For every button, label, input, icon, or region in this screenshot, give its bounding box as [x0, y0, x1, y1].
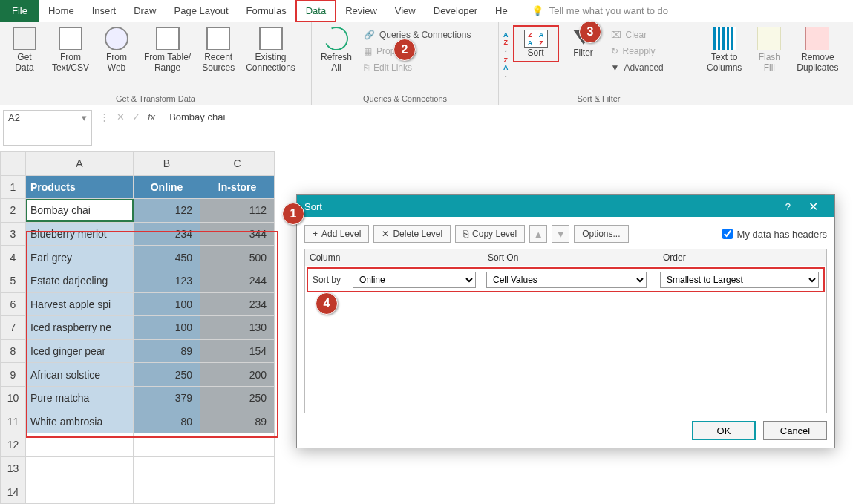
cell[interactable]: Blueberry merlot — [26, 222, 134, 246]
select-all-corner[interactable] — [1, 152, 26, 176]
recent-sources-button[interactable]: Recent Sources — [198, 25, 238, 74]
tab-view[interactable]: View — [386, 0, 425, 22]
sort-on-select[interactable]: Cell Values — [486, 272, 647, 288]
row-header[interactable]: 1 — [1, 175, 26, 199]
cell[interactable]: 80 — [134, 410, 200, 433]
cell[interactable]: Iced ginger pear — [26, 339, 134, 363]
from-csv-button[interactable]: From Text/CSV — [49, 25, 92, 74]
cell-header-online[interactable]: Online — [134, 175, 200, 199]
col-header-c[interactable]: C — [200, 152, 275, 176]
tab-data[interactable]: Data — [295, 0, 336, 22]
existing-connections-button[interactable]: Existing Connections — [243, 25, 298, 74]
queries-connections-button[interactable]: 🔗Queries & Connections — [361, 28, 474, 42]
cancel-button[interactable]: Cancel — [763, 421, 827, 440]
tab-developer[interactable]: Developer — [425, 0, 486, 22]
tab-formulas[interactable]: Formulas — [238, 0, 295, 22]
cell[interactable]: 379 — [134, 386, 200, 410]
cell[interactable]: 234 — [134, 222, 200, 246]
advanced-button[interactable]: ▼Advanced — [608, 61, 667, 74]
copy-level-button[interactable]: ⎘Copy Level — [455, 225, 525, 243]
from-web-button[interactable]: From Web — [97, 25, 137, 74]
options-button[interactable]: Options... — [574, 225, 628, 243]
cell[interactable]: Harvest apple spi — [26, 292, 134, 316]
tab-draw[interactable]: Draw — [125, 0, 165, 22]
help-icon[interactable]: ? — [777, 201, 800, 212]
close-icon[interactable]: ✕ — [800, 200, 827, 214]
cell[interactable]: 250 — [134, 363, 200, 387]
dialog-titlebar[interactable]: Sort ? ✕ — [297, 195, 834, 217]
cell[interactable]: 130 — [200, 316, 275, 340]
fx-dots-icon[interactable]: ⋮ — [99, 111, 109, 122]
cell[interactable]: 250 — [200, 386, 275, 410]
remove-duplicates-button[interactable]: Remove Duplicates — [794, 25, 841, 74]
cell[interactable] — [26, 456, 134, 480]
cell[interactable] — [134, 433, 200, 457]
row-header[interactable]: 5 — [1, 269, 26, 292]
get-data-button[interactable]: Get Data — [4, 25, 45, 74]
cell-header-products[interactable]: Products — [26, 175, 134, 199]
cell[interactable]: 234 — [200, 292, 275, 316]
row-header[interactable]: 6 — [1, 292, 26, 316]
col-header-b[interactable]: B — [134, 152, 200, 176]
cell[interactable]: Bombay chai — [26, 199, 134, 223]
tab-insert[interactable]: Insert — [83, 0, 125, 22]
delete-level-button[interactable]: ✕Delete Level — [373, 225, 451, 243]
cell[interactable]: Estate darjeeling — [26, 269, 134, 292]
cell[interactable]: 154 — [200, 339, 275, 363]
cell[interactable] — [200, 433, 275, 457]
row-header[interactable]: 9 — [1, 363, 26, 387]
row-header[interactable]: 3 — [1, 222, 26, 246]
sort-column-select[interactable]: Online — [353, 272, 476, 288]
cell[interactable] — [26, 433, 134, 457]
row-header[interactable]: 13 — [1, 456, 26, 480]
headers-checkbox[interactable]: My data has headers — [722, 229, 827, 240]
cell[interactable]: 112 — [200, 199, 275, 223]
cell[interactable] — [200, 456, 275, 480]
sort-button[interactable]: ZAAZ Sort — [516, 28, 556, 59]
cell[interactable] — [200, 480, 275, 504]
cell[interactable]: Iced raspberry ne — [26, 316, 134, 340]
cell-header-instore[interactable]: In-store — [200, 175, 275, 199]
row-header[interactable]: 4 — [1, 246, 26, 269]
confirm-icon[interactable]: ✓ — [132, 111, 140, 122]
cell[interactable]: 344 — [200, 222, 275, 246]
cell[interactable]: 200 — [200, 363, 275, 387]
row-header[interactable]: 2 — [1, 199, 26, 223]
cell[interactable] — [134, 480, 200, 504]
cell[interactable]: 122 — [134, 199, 200, 223]
tell-me[interactable]: 💡 Tell me what you want to do — [532, 5, 668, 16]
row-header[interactable]: 10 — [1, 386, 26, 410]
tab-file[interactable]: File — [0, 0, 39, 22]
name-box[interactable]: A2▾ — [3, 110, 92, 146]
cell[interactable] — [134, 456, 200, 480]
cell[interactable]: African solstice — [26, 363, 134, 387]
col-header-a[interactable]: A — [26, 152, 134, 176]
cell[interactable]: 244 — [200, 269, 275, 292]
row-header[interactable]: 8 — [1, 339, 26, 363]
refresh-all-button[interactable]: Refresh All — [316, 25, 356, 74]
sort-az-button[interactable]: AZ↓ — [503, 31, 509, 53]
tab-page-layout[interactable]: Page Layout — [166, 0, 238, 22]
from-table-button[interactable]: From Table/ Range — [141, 25, 194, 74]
cell[interactable]: 89 — [134, 339, 200, 363]
row-header[interactable]: 12 — [1, 433, 26, 457]
tab-review[interactable]: Review — [336, 0, 386, 22]
headers-checkbox-input[interactable] — [722, 229, 733, 239]
add-level-button[interactable]: +Add Level — [304, 225, 369, 243]
cell[interactable]: 500 — [200, 246, 275, 269]
cell[interactable]: Pure matcha — [26, 386, 134, 410]
tab-home[interactable]: Home — [39, 0, 83, 22]
row-header[interactable]: 14 — [1, 480, 26, 504]
ok-button[interactable]: OK — [692, 421, 756, 440]
cell[interactable]: 89 — [200, 410, 275, 433]
chevron-down-icon[interactable]: ▾ — [82, 112, 87, 123]
cell[interactable]: 123 — [134, 269, 200, 292]
row-header[interactable]: 11 — [1, 410, 26, 433]
cancel-icon[interactable]: ✕ — [117, 111, 125, 122]
tab-help[interactable]: He — [486, 0, 517, 22]
cell[interactable]: 100 — [134, 316, 200, 340]
cell[interactable]: 450 — [134, 246, 200, 269]
cell[interactable]: White ambrosia — [26, 410, 134, 433]
row-header[interactable]: 7 — [1, 316, 26, 340]
formula-input[interactable]: Bombay chai — [163, 105, 853, 151]
